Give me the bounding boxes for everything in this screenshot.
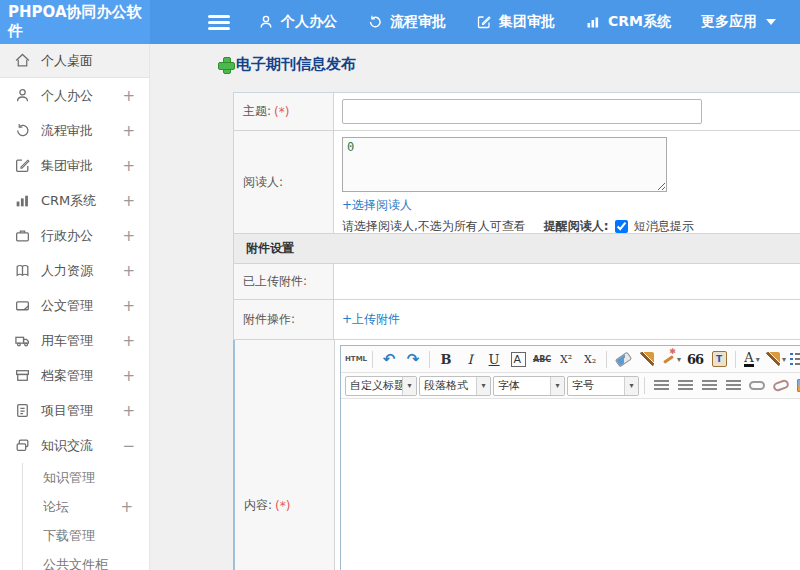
top-nav: 个人办公 流程审批 集团审批 CRM系统 更多应用 bbox=[258, 13, 776, 31]
link-icon bbox=[749, 381, 765, 390]
blockquote-button[interactable]: 66 bbox=[684, 349, 706, 370]
custom-heading-select[interactable]: 自定义标题 ▾ bbox=[345, 376, 417, 396]
sms-remind-checkbox[interactable] bbox=[615, 220, 628, 233]
expand-icon[interactable]: + bbox=[122, 367, 135, 385]
subscript-button[interactable]: X₂ bbox=[579, 349, 601, 370]
auto-typeset-button[interactable]: ▾ bbox=[660, 349, 682, 370]
edit-icon bbox=[476, 14, 492, 30]
bar-chart-icon bbox=[14, 192, 31, 209]
select-readers-link[interactable]: +选择阅读人 bbox=[342, 198, 412, 212]
sidebar-item-workflow-approval[interactable]: 流程审批 + bbox=[0, 113, 149, 148]
align-center-icon bbox=[678, 380, 693, 392]
sidebar-item-download-management[interactable]: 下载管理 bbox=[23, 521, 149, 550]
sidebar-item-archive-management[interactable]: 档案管理 + bbox=[0, 358, 149, 393]
remove-link-button[interactable] bbox=[770, 375, 792, 396]
insert-image-button[interactable] bbox=[794, 375, 800, 396]
expand-icon[interactable]: + bbox=[122, 157, 135, 175]
sidebar-item-admin-office[interactable]: 行政办公 + bbox=[0, 218, 149, 253]
editor-content-area[interactable] bbox=[341, 399, 800, 570]
subject-input[interactable] bbox=[342, 99, 702, 124]
eraser-button[interactable] bbox=[612, 349, 634, 370]
subject-row: 主题: (*) bbox=[234, 93, 800, 131]
required-mark: (*) bbox=[274, 105, 289, 119]
edit-icon bbox=[14, 157, 31, 174]
attachment-operations-row: 附件操作: +上传附件 bbox=[234, 300, 800, 340]
nav-more-apps[interactable]: 更多应用 bbox=[701, 13, 776, 31]
sidebar-item-vehicle-management[interactable]: 用车管理 + bbox=[0, 323, 149, 358]
uploaded-attachments-label: 已上传附件: bbox=[234, 264, 334, 299]
chevron-down-icon bbox=[766, 19, 776, 25]
redo-button[interactable]: ↷ bbox=[402, 349, 424, 370]
sidebar-item-project-management[interactable]: 项目管理 + bbox=[0, 393, 149, 428]
document-icon bbox=[14, 402, 31, 419]
expand-icon[interactable]: + bbox=[122, 402, 135, 420]
align-center-button[interactable] bbox=[674, 375, 696, 396]
paragraph-format-select[interactable]: 段落格式 ▾ bbox=[419, 376, 491, 396]
nav-crm-system[interactable]: CRM系统 bbox=[585, 13, 671, 31]
top-bar: PHPOA协同办公软件 个人办公 流程审批 集团审批 CRM系统 更多应用 bbox=[0, 0, 800, 44]
readers-label: 阅读人: bbox=[234, 131, 334, 233]
sidebar-item-knowledge-exchange[interactable]: 知识交流 − bbox=[0, 428, 149, 463]
superscript-button[interactable]: X² bbox=[555, 349, 577, 370]
sidebar-item-crm-system[interactable]: CRM系统 + bbox=[0, 183, 149, 218]
page-title: 电子期刊信息发布 bbox=[218, 55, 356, 74]
upload-attachment-link[interactable]: +上传附件 bbox=[342, 311, 400, 328]
required-mark: (*) bbox=[275, 499, 290, 513]
align-right-button[interactable] bbox=[698, 375, 720, 396]
format-clean-button[interactable] bbox=[636, 349, 658, 370]
sidebar-item-document-management[interactable]: 公文管理 + bbox=[0, 288, 149, 323]
highlighter-icon bbox=[766, 352, 780, 366]
hamburger-menu-icon[interactable] bbox=[208, 12, 230, 33]
nav-personal-office[interactable]: 个人办公 bbox=[258, 13, 337, 31]
readers-textarea[interactable]: 0 bbox=[342, 137, 667, 192]
eraser-icon bbox=[614, 351, 631, 367]
person-icon bbox=[258, 14, 274, 30]
insert-link-button[interactable] bbox=[746, 375, 768, 396]
align-left-button[interactable] bbox=[650, 375, 672, 396]
expand-icon[interactable]: + bbox=[122, 297, 135, 315]
paste-as-text-button[interactable]: T bbox=[708, 349, 730, 370]
expand-icon[interactable]: + bbox=[122, 332, 135, 350]
history-icon bbox=[14, 122, 31, 139]
home-icon bbox=[14, 52, 31, 69]
publish-form: 主题: (*) 阅读人: 0 +选择阅读人 请选择阅读人,不选为所有人可查看 提… bbox=[233, 92, 800, 570]
collapse-icon[interactable]: − bbox=[122, 437, 135, 455]
sidebar-item-group-approval[interactable]: 集团审批 + bbox=[0, 148, 149, 183]
expand-icon[interactable]: + bbox=[122, 227, 135, 245]
chevron-down-icon: ▾ bbox=[476, 377, 490, 395]
justify-button[interactable] bbox=[722, 375, 744, 396]
font-color-button[interactable]: A▾ bbox=[741, 349, 763, 370]
subject-label: 主题: (*) bbox=[234, 93, 334, 130]
sidebar-item-public-file-cabinet[interactable]: 公共文件柜 bbox=[23, 550, 149, 570]
content-row: 内容: (*) HTML ↶ ↷ B I U A bbox=[233, 340, 800, 570]
sidebar-item-personal-desktop[interactable]: 个人桌面 bbox=[0, 44, 149, 78]
archive-icon bbox=[14, 367, 31, 384]
expand-icon[interactable]: + bbox=[122, 192, 135, 210]
expand-icon[interactable]: + bbox=[120, 498, 133, 516]
font-family-select[interactable]: 字体 ▾ bbox=[493, 376, 565, 396]
sidebar-item-personal-office[interactable]: 个人办公 + bbox=[0, 78, 149, 113]
font-size-select[interactable]: 字号 ▾ bbox=[567, 376, 639, 396]
html-source-button[interactable]: HTML bbox=[345, 349, 367, 370]
strikethrough-button[interactable]: ABC bbox=[531, 349, 553, 370]
sidebar-submenu-knowledge: 知识管理 论坛 + 下载管理 公共文件柜 bbox=[22, 463, 149, 570]
sidebar-item-human-resources[interactable]: 人力资源 + bbox=[0, 253, 149, 288]
sidebar-item-knowledge-management[interactable]: 知识管理 bbox=[23, 463, 149, 492]
expand-icon[interactable]: + bbox=[122, 122, 135, 140]
nav-group-approval[interactable]: 集团审批 bbox=[476, 13, 555, 31]
bar-chart-icon bbox=[585, 14, 601, 30]
nav-workflow-approval[interactable]: 流程审批 bbox=[367, 13, 446, 31]
bold-button[interactable]: B bbox=[435, 349, 457, 370]
expand-icon[interactable]: + bbox=[122, 87, 135, 105]
expand-icon[interactable]: + bbox=[122, 262, 135, 280]
ordered-list-icon bbox=[790, 353, 800, 365]
font-style-button[interactable]: A bbox=[507, 349, 529, 370]
highlight-color-button[interactable]: ▾ bbox=[765, 349, 787, 370]
sidebar-item-forum[interactable]: 论坛 + bbox=[23, 492, 149, 521]
sms-remind-label: 短消息提示 bbox=[634, 218, 694, 235]
undo-button[interactable]: ↶ bbox=[378, 349, 400, 370]
underline-button[interactable]: U bbox=[483, 349, 505, 370]
italic-button[interactable]: I bbox=[459, 349, 481, 370]
broom-icon bbox=[640, 352, 654, 366]
ordered-list-button[interactable]: ▾ bbox=[789, 349, 800, 370]
